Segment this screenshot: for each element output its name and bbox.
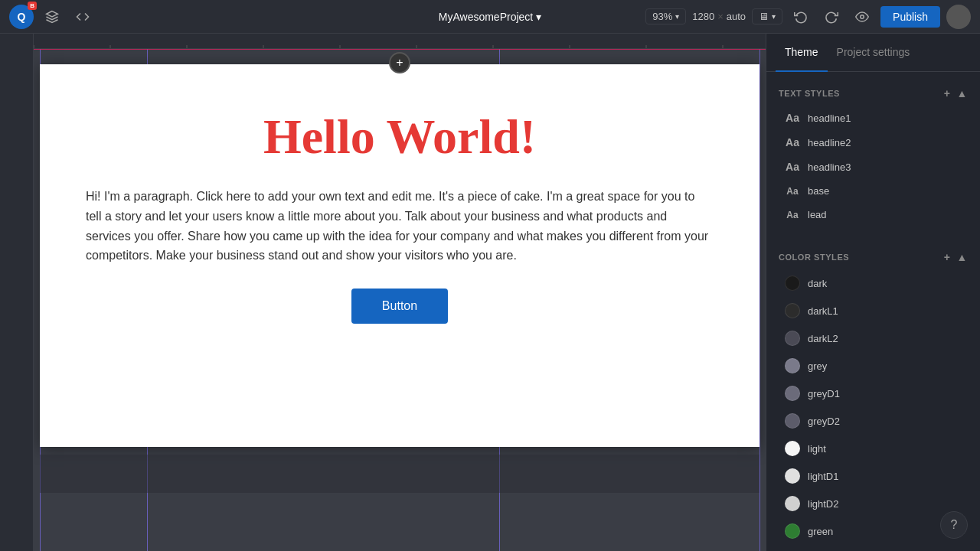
project-name-text: MyAwesomeProject [439,11,533,23]
color-darkl1[interactable]: darkL1 [773,297,974,324]
color-styles-section: COLOR STYLES + ▲ dark darkL1 darkL2 g [766,236,980,551]
canvas-height: auto [727,11,746,22]
toolbar: Q B MyAwesomeProject ▾ 93% ▾ 1280 × auto [0,0,980,34]
tab-project-settings[interactable]: Project settings [828,34,920,72]
canvas-wrapper: + Hello World! Hi! I'm a paragraph. Clic… [40,64,760,551]
color-styles-header: COLOR STYLES + ▲ [766,245,980,269]
text-style-lead[interactable]: Aa lead [773,203,974,227]
text-style-icon: Aa [785,112,800,124]
color-greyd2[interactable]: greyD2 [773,407,974,435]
color-primary[interactable]: primary [773,545,974,551]
color-lightd2[interactable]: lightD2 [773,490,974,517]
zoom-chevron: ▾ [675,12,679,21]
undo-button[interactable] [789,5,813,29]
color-dark[interactable]: dark [773,269,974,297]
collapse-color-styles-icon[interactable]: ▲ [957,251,968,263]
beta-badge: B [28,2,37,10]
text-style-base[interactable]: Aa base [773,179,974,203]
project-name-chevron: ▾ [536,11,541,23]
code-button[interactable] [70,5,95,29]
add-icon: + [396,56,403,70]
redo-button[interactable] [819,5,844,29]
project-name-display[interactable]: MyAwesomeProject ▾ [439,11,541,23]
color-label: light [808,443,826,455]
left-sidebar [0,34,34,551]
canvas-width: 1280 [692,11,714,22]
text-style-icon: Aa [785,210,800,220]
color-swatch [785,331,800,346]
color-swatch [785,386,800,401]
text-style-icon: Aa [785,161,800,173]
avatar[interactable] [946,5,971,29]
text-style-icon: Aa [785,186,800,197]
text-style-headline1[interactable]: Aa headline1 [773,106,974,130]
color-swatch [785,413,800,429]
add-color-style-icon[interactable]: + [944,251,951,263]
color-swatch [785,496,800,511]
color-swatch [785,468,800,484]
canvas-scroll[interactable]: + Hello World! Hi! I'm a paragraph. Clic… [34,49,766,551]
text-style-name: headline2 [808,137,851,148]
canvas-button[interactable]: Button [351,289,448,324]
text-style-headline2[interactable]: Aa headline2 [773,130,974,155]
text-style-icon: Aa [785,136,800,148]
text-styles-header: TEXT STYLES + ▲ [766,81,980,106]
color-swatch [785,303,800,318]
toolbar-right: 93% ▾ 1280 × auto 🖥 ▾ [645,5,971,29]
color-grey[interactable]: grey [773,352,974,380]
device-icon: 🖥 [759,11,769,22]
text-style-name: base [808,185,829,197]
logo[interactable]: Q B [9,5,34,29]
zoom-control[interactable]: 93% ▾ [645,8,686,24]
color-swatch [785,358,800,373]
width-control: 1280 × auto [692,11,746,22]
collapse-text-styles-icon[interactable]: ▲ [957,87,968,99]
color-light[interactable]: light [773,435,974,462]
device-control[interactable]: 🖥 ▾ [752,8,782,24]
tab-theme[interactable]: Theme [776,34,828,72]
canvas-footer-preview [40,455,760,493]
publish-button[interactable]: Publish [880,6,940,28]
color-label: greyD1 [808,388,840,399]
text-styles-section: TEXT STYLES + ▲ Aa headline1 Aa headline… [766,72,980,236]
color-label: lightD2 [808,498,838,510]
zoom-value: 93% [652,11,672,22]
guide-line-right [760,49,760,551]
x-sep: × [717,11,724,22]
help-button[interactable]: ? [940,511,968,539]
toolbar-center: MyAwesomeProject ▾ [439,11,541,23]
color-greyd1[interactable]: greyD1 [773,380,974,407]
panel-tabs: Theme Project settings [766,34,980,72]
preview-button[interactable] [850,5,874,29]
ruler-horizontal [34,34,766,49]
color-label: darkL1 [808,305,838,317]
color-styles-label: COLOR STYLES [779,253,849,262]
logo-text: Q [18,11,26,23]
main-layout: + Hello World! Hi! I'm a paragraph. Clic… [0,34,980,551]
color-label: grey [808,360,827,372]
guide-line-top [34,49,766,50]
text-styles-actions: + ▲ [944,87,968,99]
color-label: dark [808,278,827,289]
color-label: lightD1 [808,471,838,482]
add-text-style-icon[interactable]: + [944,87,951,99]
canvas-paragraph[interactable]: Hi! I'm a paragraph. Click here to add y… [86,187,714,265]
device-chevron: ▾ [772,12,776,21]
layers-button[interactable] [40,5,64,29]
color-swatch [785,276,800,291]
color-lightd1[interactable]: lightD1 [773,462,974,490]
canvas-title[interactable]: Hello World! [263,110,536,164]
add-section-button[interactable]: + [389,52,410,73]
text-style-name: headline3 [808,161,851,173]
text-style-headline3[interactable]: Aa headline3 [773,155,974,179]
color-label: greyD2 [808,416,840,427]
publish-label: Publish [893,11,928,23]
color-label: green [808,526,833,537]
svg-point-1 [861,15,864,18]
color-darkl2[interactable]: darkL2 [773,324,974,352]
color-swatch [785,523,800,539]
text-style-name: lead [808,209,827,220]
color-swatch [785,441,800,456]
text-style-name: headline1 [808,112,851,124]
canvas-content: Hello World! Hi! I'm a paragraph. Click … [40,64,760,370]
